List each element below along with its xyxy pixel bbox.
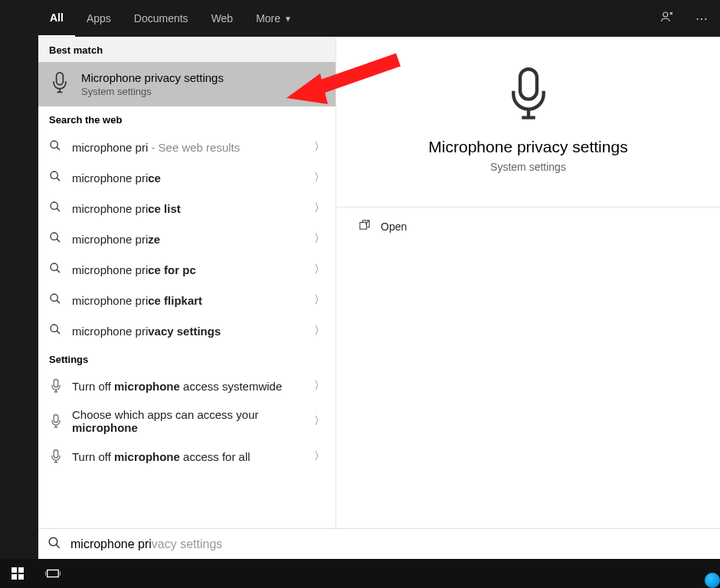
microphone-large-icon [507,67,550,121]
web-result-label: microphone price for pc [72,263,314,276]
search-input-bar[interactable]: microphone privacy settings [38,528,720,559]
results-list: Best match Microphone privacy settings S… [38,37,335,528]
svg-rect-18 [11,574,17,580]
search-autocomplete-ghost: vacy settings [152,537,222,550]
svg-rect-17 [18,567,24,573]
more-options-icon[interactable]: ⋯ [691,7,712,31]
results-panel: Best match Microphone privacy settings S… [38,37,720,528]
svg-point-7 [51,294,57,301]
search-icon [47,536,61,553]
web-result-label: microphone pri - See web results [72,141,314,154]
left-black-strip [0,0,38,559]
search-input-text: microphone privacy settings [70,537,222,551]
open-icon [359,220,370,233]
svg-point-0 [663,12,668,17]
svg-point-4 [51,202,57,209]
tab-all[interactable]: All [38,0,75,37]
task-view-button[interactable] [35,559,70,588]
web-result-row[interactable]: microphone prize〉 [38,224,335,254]
chevron-right-icon: 〉 [314,171,325,185]
settings-result-label: Choose which apps can access your microp… [72,408,314,434]
chevron-down-icon: ▼ [284,15,292,23]
best-match-texts: Microphone privacy settings System setti… [81,71,224,97]
web-result-label: microphone price [72,172,314,185]
web-result-row[interactable]: microphone price for pc〉 [38,254,335,285]
start-button[interactable] [0,559,35,588]
svg-rect-13 [360,223,367,230]
preview-subtitle: System settings [359,161,697,173]
svg-rect-1 [57,73,64,85]
feedback-icon[interactable] [656,5,679,31]
tab-documents[interactable]: Documents [123,0,200,37]
best-match-header: Best match [38,37,335,62]
chevron-right-icon: 〉 [314,379,325,393]
svg-point-6 [51,263,57,270]
web-result-label: microphone privacy settings [72,325,314,338]
svg-point-5 [51,233,57,240]
svg-point-3 [51,172,57,178]
topbar-right-controls: ⋯ [656,5,712,31]
search-typed: microphone pri [70,537,152,550]
search-web-header: Search the web [38,106,335,132]
settings-result-row[interactable]: Choose which apps can access your microp… [38,400,335,442]
microphone-icon [49,72,70,96]
svg-point-8 [51,325,57,332]
chevron-right-icon: 〉 [314,293,325,307]
svg-rect-20 [47,570,59,577]
chevron-right-icon: 〉 [314,201,325,215]
settings-result-label: Turn off microphone access systemwide [72,380,314,393]
svg-point-15 [49,537,57,546]
search-icon [49,292,63,308]
svg-rect-19 [18,574,24,580]
web-result-row[interactable]: microphone price list〉 [38,193,335,224]
search-icon [49,262,63,277]
chevron-right-icon: 〉 [314,449,325,463]
tab-apps[interactable]: Apps [75,0,123,37]
taskbar [0,559,720,588]
web-result-label: microphone price flipkart [72,294,314,307]
web-result-row[interactable]: microphone price flipkart〉 [38,285,335,315]
tab-web[interactable]: Web [200,0,245,37]
search-icon [49,201,63,216]
chevron-right-icon: 〉 [314,414,325,428]
chevron-right-icon: 〉 [314,140,325,154]
svg-rect-12 [520,69,537,99]
web-result-label: microphone prize [72,233,314,246]
search-icon [49,139,63,155]
open-action[interactable]: Open [336,207,720,245]
tab-more-label: More [256,12,280,24]
svg-point-2 [51,141,57,148]
web-result-row[interactable]: microphone pri - See web results〉 [38,132,335,162]
svg-rect-11 [54,450,58,458]
web-result-row[interactable]: microphone price〉 [38,162,335,193]
cortana-icon[interactable] [705,573,720,588]
svg-rect-10 [54,415,58,423]
preview-hero: Microphone privacy settings System setti… [336,37,720,188]
search-icon [49,323,63,338]
search-scope-tabs: All Apps Documents Web More▼ ⋯ [0,0,720,37]
svg-rect-9 [54,380,58,387]
web-result-label: microphone price list [72,202,314,215]
chevron-right-icon: 〉 [314,263,325,276]
open-label: Open [381,220,407,233]
search-icon [49,231,63,247]
settings-header: Settings [38,346,335,371]
microphone-icon [49,449,63,463]
settings-result-label: Turn off microphone access for all [72,450,314,463]
preview-pane: Microphone privacy settings System setti… [335,37,720,528]
microphone-icon [49,379,63,393]
best-match-title: Microphone privacy settings [81,71,224,84]
best-match-subtitle: System settings [81,86,224,97]
chevron-right-icon: 〉 [314,232,325,246]
chevron-right-icon: 〉 [314,324,325,338]
settings-result-row[interactable]: Turn off microphone access systemwide〉 [38,371,335,400]
settings-result-row[interactable]: Turn off microphone access for all〉 [38,442,335,471]
preview-title: Microphone privacy settings [359,138,697,156]
web-result-row[interactable]: microphone privacy settings〉 [38,315,335,346]
best-match-result[interactable]: Microphone privacy settings System setti… [38,62,335,106]
tab-more[interactable]: More▼ [244,0,303,37]
preview-actions: Open [336,207,720,245]
search-icon [49,170,63,185]
microphone-icon [49,414,63,428]
svg-rect-16 [11,567,17,573]
